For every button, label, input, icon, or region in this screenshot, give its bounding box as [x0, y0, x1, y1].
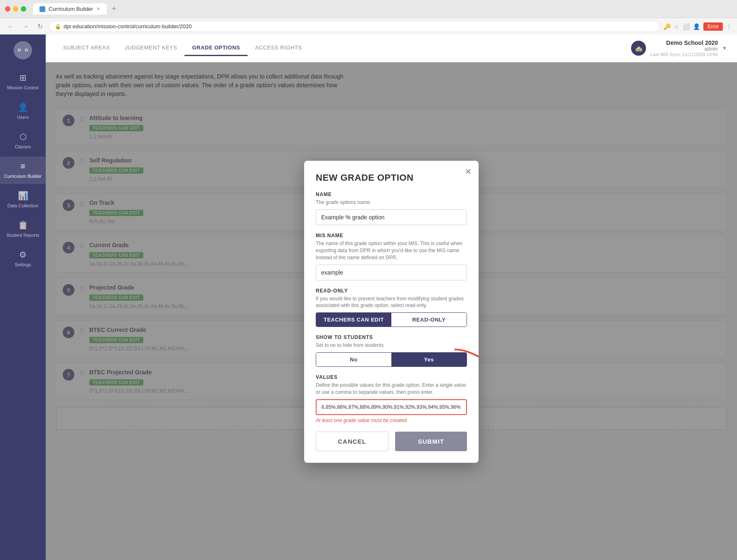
- sidebar-item-student-reports[interactable]: 📋 Student Reports: [0, 215, 46, 243]
- sidebar-label-mission-control: Mission Control: [7, 85, 39, 91]
- error-button[interactable]: Error: [703, 22, 723, 31]
- tab-access-rights[interactable]: ACCESS RIGHTS: [248, 40, 310, 56]
- new-grade-option-modal: ✕ NEW GRADE OPTION NAME The grade option…: [304, 161, 479, 462]
- browser-titlebar: Curriculum Builder ✕ +: [0, 0, 737, 18]
- tab-favicon: [39, 6, 45, 12]
- window-controls: [5, 6, 26, 12]
- browser-tab[interactable]: Curriculum Builder ✕: [33, 3, 107, 15]
- teachers-can-edit-button[interactable]: TEACHERS CAN EDIT: [316, 313, 391, 327]
- key-icon[interactable]: 🔑: [663, 23, 671, 30]
- values-desc: Define the possible values for this grad…: [316, 382, 467, 396]
- mis-name-label: MIS NAME: [316, 233, 467, 238]
- values-error-text: At least one grade value must be created: [316, 418, 467, 423]
- logo-icon: ⚬⚬: [14, 41, 32, 59]
- sidebar-label-users: Users: [17, 115, 29, 120]
- bookmark-icon[interactable]: ☆: [674, 23, 679, 30]
- menu-icon[interactable]: ⋮: [726, 23, 732, 30]
- sidebar-label-classes: Classes: [15, 144, 31, 150]
- name-input[interactable]: [316, 209, 467, 225]
- users-icon: 👤: [18, 102, 28, 112]
- mis-name-input[interactable]: [316, 265, 467, 280]
- url-text: dpr.education/mission-control/curriculum…: [64, 23, 192, 29]
- sidebar-logo: ⚬⚬: [14, 41, 32, 59]
- user-info-section: 🏫 Demo School 2020 admin Last MIS Sync: …: [631, 39, 727, 57]
- no-button[interactable]: No: [316, 353, 391, 366]
- tab-subject-areas[interactable]: SUBJECT AREAS: [56, 40, 117, 56]
- profile-icon[interactable]: 👤: [693, 23, 700, 30]
- lock-icon: 🔒: [55, 24, 61, 29]
- show-to-students-section: SHOW TO STUDENTS Set to no to hide from …: [316, 334, 467, 367]
- extensions-icon[interactable]: ⬜: [683, 23, 690, 30]
- submit-button[interactable]: SUBMIT: [395, 432, 467, 451]
- mis-name-section: MIS NAME The name of this grade option w…: [316, 233, 467, 280]
- url-bar[interactable]: 🔒 dpr.education/mission-control/curricul…: [49, 21, 660, 32]
- new-tab-button[interactable]: +: [112, 5, 116, 13]
- sidebar-item-classes[interactable]: ⬡ Classes: [0, 127, 46, 155]
- sidebar-item-settings[interactable]: ⚙ Settings: [0, 245, 46, 273]
- name-section: NAME The grade options name.: [316, 192, 467, 225]
- read-only-toggle: TEACHERS CAN EDIT READ-ONLY: [316, 312, 467, 327]
- curriculum-builder-icon: ≡: [20, 162, 25, 171]
- page-content: As well as tracking attainment against k…: [46, 62, 737, 560]
- close-dot[interactable]: [5, 6, 10, 12]
- user-dropdown-arrow[interactable]: ▼: [722, 45, 727, 51]
- avatar-icon: 🏫: [635, 45, 642, 52]
- mission-control-icon: ⊞: [20, 73, 27, 83]
- browser-actions: 🔑 ☆ ⬜ 👤 Error ⋮: [663, 22, 732, 31]
- values-label: VALUES: [316, 374, 467, 380]
- user-avatar: 🏫: [631, 41, 646, 56]
- modal-actions: CANCEL SUBMIT: [316, 432, 467, 451]
- tab-grade-options[interactable]: GRADE OPTIONS: [184, 40, 248, 56]
- sidebar-label-student-reports: Student Reports: [6, 233, 39, 238]
- read-only-label: READ-ONLY: [316, 288, 467, 294]
- data-collection-icon: 📊: [18, 191, 28, 201]
- read-only-desc: If you would like to prevent teachers fr…: [316, 295, 467, 309]
- sidebar-label-curriculum-builder: Curriculum Builder: [4, 174, 42, 179]
- yes-button[interactable]: Yes: [391, 353, 467, 366]
- modal-close-button[interactable]: ✕: [465, 167, 472, 177]
- read-only-button[interactable]: READ-ONLY: [391, 313, 467, 327]
- sidebar-label-data-collection: Data Collection: [7, 203, 39, 209]
- sidebar-item-curriculum-builder[interactable]: ≡ Curriculum Builder: [0, 157, 46, 184]
- tab-close-icon[interactable]: ✕: [96, 6, 100, 12]
- show-to-students-desc: Set to no to hide from students: [316, 342, 467, 349]
- sidebar-label-settings: Settings: [15, 262, 31, 268]
- mis-sync-text: Last MIS Sync: 11/11/2020 14:06: [650, 52, 718, 57]
- student-reports-icon: 📋: [18, 220, 28, 230]
- tab-judgement-keys[interactable]: JUDGEMENT KEYS: [117, 40, 184, 56]
- reload-button[interactable]: ↻: [35, 22, 45, 31]
- show-to-students-label: SHOW TO STUDENTS: [316, 334, 467, 340]
- tab-title: Curriculum Builder: [49, 6, 93, 12]
- browser-chrome: Curriculum Builder ✕ + ← → ↻ 🔒 dpr.educa…: [0, 0, 737, 34]
- browser-toolbar: ← → ↻ 🔒 dpr.education/mission-control/cu…: [0, 18, 737, 34]
- page-header: SUBJECT AREAS JUDGEMENT KEYS GRADE OPTIO…: [46, 34, 737, 62]
- user-role: admin: [650, 46, 718, 52]
- header-tabs: SUBJECT AREAS JUDGEMENT KEYS GRADE OPTIO…: [56, 40, 310, 56]
- app-layout: ⚬⚬ ⊞ Mission Control 👤 Users ⬡ Classes ≡…: [0, 34, 737, 560]
- values-input[interactable]: [316, 399, 467, 415]
- user-name: Demo School 2020: [650, 39, 718, 46]
- name-desc: The grade options name.: [316, 199, 467, 206]
- classes-icon: ⬡: [20, 132, 27, 142]
- maximize-dot[interactable]: [21, 6, 26, 12]
- show-to-students-toggle: No Yes: [316, 352, 467, 367]
- values-section: VALUES Define the possible values for th…: [316, 374, 467, 423]
- mis-name-desc: The name of this grade option within you…: [316, 240, 467, 261]
- cancel-button[interactable]: CANCEL: [316, 432, 388, 451]
- sidebar-item-data-collection[interactable]: 📊 Data Collection: [0, 186, 46, 214]
- modal-title: NEW GRADE OPTION: [316, 172, 467, 183]
- modal-overlay: ✕ NEW GRADE OPTION NAME The grade option…: [46, 62, 737, 560]
- read-only-section: READ-ONLY If you would like to prevent t…: [316, 288, 467, 327]
- forward-button[interactable]: →: [20, 22, 32, 31]
- settings-icon: ⚙: [19, 250, 27, 260]
- name-label: NAME: [316, 192, 467, 197]
- user-details: Demo School 2020 admin Last MIS Sync: 11…: [650, 39, 718, 57]
- main-content: SUBJECT AREAS JUDGEMENT KEYS GRADE OPTIO…: [46, 34, 737, 560]
- sidebar: ⚬⚬ ⊞ Mission Control 👤 Users ⬡ Classes ≡…: [0, 34, 46, 560]
- sidebar-item-users[interactable]: 👤 Users: [0, 97, 46, 125]
- sidebar-item-mission-control[interactable]: ⊞ Mission Control: [0, 68, 46, 96]
- minimize-dot[interactable]: [13, 6, 18, 12]
- back-button[interactable]: ←: [5, 22, 17, 31]
